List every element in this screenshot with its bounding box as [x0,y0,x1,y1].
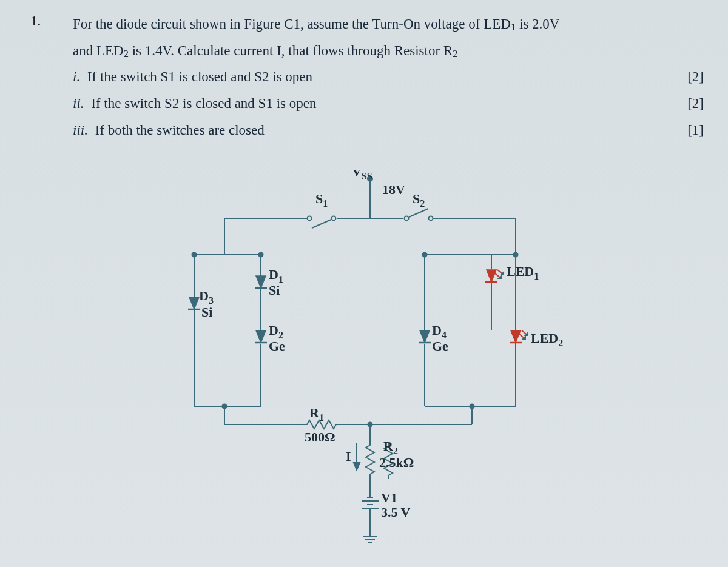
part-i-text: If the switch S1 is closed and S2 is ope… [87,69,312,84]
part-ii-idx: ii. [73,96,84,111]
circuit-diagram: VSS 18V S1 S2 D1 Si D2 Ge D3 Si D4 Ge LE… [170,170,570,558]
v1-value: 3.5 V [381,505,411,520]
part-ii-text: If the switch S2 is closed and S1 is ope… [91,96,316,111]
part-ii-marks: [2] [687,90,704,117]
s2-label: S2 [413,191,425,209]
q-l2-a: and LED [73,43,124,58]
svg-point-48 [423,253,427,257]
part-iii: iii. If both the switches are closed [1] [73,117,704,144]
d3-label: D3 [199,288,214,306]
r1-value: 500Ω [305,429,335,445]
d4-label: D4 [432,323,447,340]
s1-label: S1 [315,191,328,209]
d2-type: Ge [269,338,285,354]
q-l2-sub2: 2 [453,48,457,59]
r2-label: R2 [383,438,398,456]
d3-type: Si [201,304,212,320]
r1-label: R1 [309,405,324,423]
r2-value: 2.5kΩ [379,455,414,470]
q-l2-b: is 1.4V. Calculate current I, that flows… [129,43,453,58]
part-i-idx: i. [73,69,80,84]
q-l1-b: is 2.0V [516,16,559,32]
d1-label: D1 [269,267,283,284]
i-label: I [346,449,351,464]
part-iii-text: If both the switches are closed [95,122,265,138]
svg-point-33 [223,404,227,409]
question-number: 1. [30,13,41,29]
part-ii: ii. If the switch S2 is closed and S1 is… [73,90,704,117]
v1-label: V1 [381,490,397,505]
part-iii-marks: [1] [687,117,704,144]
svg-point-49 [514,253,518,257]
svg-point-34 [192,253,197,257]
d2-label: D2 [269,323,283,340]
d4-type: Ge [432,338,448,354]
vss-label: VSS [352,170,372,181]
q-l1-sub: 1 [511,21,516,33]
part-iii-idx: iii. [73,122,88,138]
question-line-1: For the diode circuit shown in Figure C1… [73,11,704,38]
q-l2-sub: 2 [124,48,129,59]
led2-label: LED2 [531,330,563,348]
vss-value: 18V [382,182,405,197]
led2-icon [510,330,528,343]
d1-type: Si [269,283,280,298]
svg-marker-60 [354,463,360,470]
part-i: i. If the switch S1 is closed and S2 is … [73,64,704,90]
question-line-2: and LED2 is 1.4V. Calculate current I, t… [73,38,704,64]
svg-point-35 [259,253,263,257]
q-l1-a: For the diode circuit shown in Figure C1… [73,16,511,32]
led1-label: LED1 [507,264,539,281]
led1-icon [485,270,504,282]
part-i-marks: [2] [687,64,704,90]
